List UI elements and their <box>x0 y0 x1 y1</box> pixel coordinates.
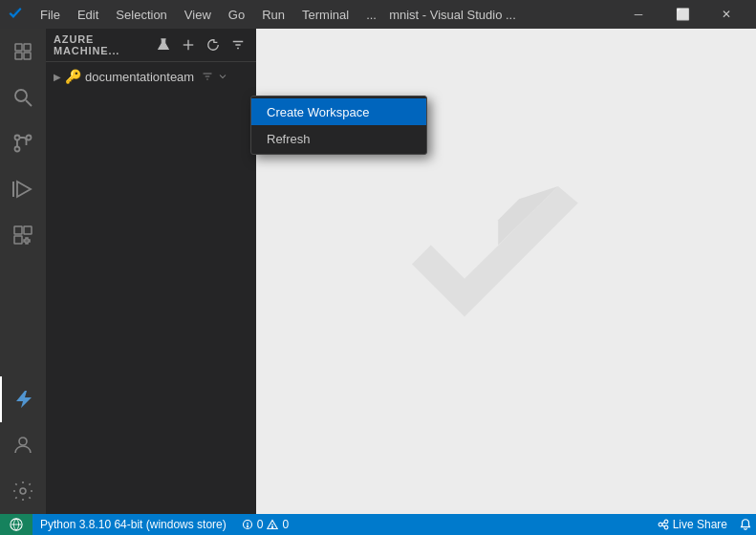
remote-icon <box>10 518 23 531</box>
tree-chevron-icon: ▶ <box>54 72 61 82</box>
sidebar-header: Azure Machine... <box>46 29 256 62</box>
menu-view[interactable]: View <box>177 6 219 24</box>
vscode-watermark <box>401 165 612 378</box>
svg-rect-11 <box>14 226 22 234</box>
notification-bell-button[interactable] <box>735 514 756 535</box>
svg-rect-12 <box>24 226 32 234</box>
refresh-icon-button[interactable] <box>203 34 224 55</box>
sidebar-title: Azure Machine... <box>54 33 147 56</box>
bell-icon <box>739 518 752 531</box>
activity-search[interactable] <box>0 75 46 120</box>
svg-rect-2 <box>15 53 22 59</box>
window-controls: ─ ⬜ ✕ <box>616 0 748 29</box>
error-count: 0 <box>257 518 264 531</box>
title-bar: File Edit Selection View Go Run Terminal… <box>0 0 756 29</box>
svg-line-26 <box>662 523 664 524</box>
svg-rect-1 <box>24 44 31 51</box>
activity-settings[interactable] <box>0 468 46 514</box>
tree-item-dropdown-icon <box>217 71 228 82</box>
activity-explorer[interactable] <box>0 29 46 75</box>
add-icon-button[interactable] <box>178 34 199 55</box>
status-errors[interactable]: 0 0 <box>234 514 296 535</box>
live-share-icon <box>658 519 669 530</box>
activity-source-control[interactable] <box>0 120 46 166</box>
svg-point-24 <box>664 520 668 524</box>
status-left: Python 3.8.10 64-bit (windows store) 0 0 <box>0 514 296 535</box>
tree-item-label: documentationteam <box>85 70 194 84</box>
svg-point-15 <box>20 488 26 494</box>
tree-item-filter-icon <box>202 71 213 82</box>
sidebar: Azure Machine... <box>46 29 256 514</box>
svg-line-27 <box>662 525 664 527</box>
maximize-button[interactable]: ⬜ <box>660 0 704 29</box>
svg-point-6 <box>15 136 20 140</box>
filter-icon-button[interactable] <box>227 34 248 55</box>
flask-icon-button[interactable] <box>153 34 174 55</box>
svg-marker-9 <box>17 182 31 197</box>
status-python[interactable]: Python 3.8.10 64-bit (windows store) <box>32 514 234 535</box>
context-menu: Create Workspace Refresh <box>250 96 256 155</box>
menu-edit[interactable]: Edit <box>70 6 106 24</box>
activity-accounts[interactable] <box>0 422 46 468</box>
warning-icon <box>267 519 278 530</box>
svg-point-22 <box>272 526 273 527</box>
activity-bar <box>0 29 46 514</box>
status-live-share[interactable]: Live Share <box>650 514 735 535</box>
tree-item-documentationteam[interactable]: ▶ 🔑 documentationteam <box>46 66 256 87</box>
svg-line-5 <box>26 100 32 106</box>
menu-go[interactable]: Go <box>221 6 252 24</box>
svg-rect-0 <box>15 44 22 51</box>
menu-run[interactable]: Run <box>254 6 292 24</box>
context-menu-item-refresh[interactable]: Refresh <box>251 125 256 152</box>
window-title: mnist - Visual Studio ... <box>296 8 609 22</box>
warning-count: 0 <box>282 518 289 531</box>
minimize-button[interactable]: ─ <box>616 0 660 29</box>
svg-point-20 <box>247 526 248 527</box>
svg-rect-3 <box>24 53 31 59</box>
sidebar-tree: ▶ 🔑 documentationteam <box>46 62 256 91</box>
python-label: Python 3.8.10 64-bit (windows store) <box>40 518 227 531</box>
menu-file[interactable]: File <box>32 6 68 24</box>
main-area: Azure Machine... <box>0 29 756 514</box>
sidebar-actions <box>153 34 248 55</box>
close-button[interactable]: ✕ <box>704 0 748 29</box>
context-menu-item-create-workspace[interactable]: Create Workspace <box>251 98 256 125</box>
svg-rect-13 <box>14 236 22 244</box>
menu-selection[interactable]: Selection <box>108 6 174 24</box>
svg-point-25 <box>664 525 668 529</box>
activity-extensions[interactable] <box>0 212 46 258</box>
live-share-label: Live Share <box>673 518 727 531</box>
svg-point-8 <box>15 147 20 152</box>
svg-point-4 <box>15 90 27 101</box>
status-remote[interactable] <box>0 514 32 535</box>
status-bar: Python 3.8.10 64-bit (windows store) 0 0 <box>0 514 756 535</box>
activity-azure[interactable] <box>0 376 46 422</box>
key-icon: 🔑 <box>65 69 81 84</box>
activity-run[interactable] <box>0 166 46 212</box>
status-right: Live Share <box>650 514 756 535</box>
svg-point-14 <box>19 438 27 445</box>
error-icon <box>242 519 253 530</box>
app-logo <box>8 6 25 23</box>
svg-point-23 <box>659 523 662 526</box>
